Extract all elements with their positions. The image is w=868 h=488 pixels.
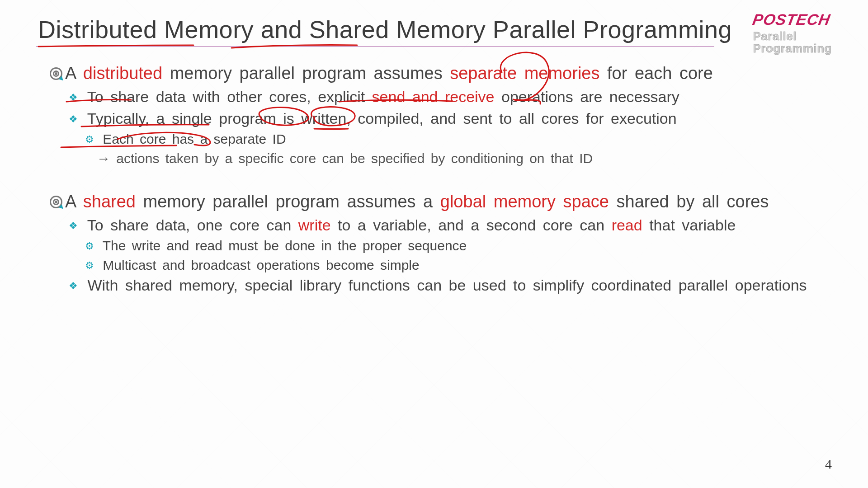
subsub-core-id: Each core has a separate ID xyxy=(85,130,832,149)
target-icon xyxy=(50,67,62,80)
sub-library: With shared memory, special library func… xyxy=(69,275,832,296)
slide: POSTECH Parallel Programming Distributed… xyxy=(0,0,868,488)
bullet-shared: A shared memory parallel program assumes… xyxy=(50,190,832,213)
page-number: 4 xyxy=(825,456,832,472)
target-icon xyxy=(50,196,62,208)
sub-write-read: To share data, one core can write to a v… xyxy=(69,215,832,236)
subsub-sequence: The write and read must be done in the p… xyxy=(85,237,832,255)
subsub-actions: → actions taken by a specific core can b… xyxy=(97,150,832,168)
bullet-distributed: A distributed memory parallel program as… xyxy=(50,62,832,85)
content: A distributed memory parallel program as… xyxy=(36,62,832,296)
title-underline xyxy=(36,46,714,47)
subsub-multicast: Multicast and broadcast operations becom… xyxy=(85,256,832,275)
sub-send-receive: To share data with other cores, explicit… xyxy=(69,87,832,108)
slide-title: Distributed Memory and Shared Memory Par… xyxy=(38,15,832,43)
sub-single-program: Typically, a single program is written, … xyxy=(69,108,832,129)
